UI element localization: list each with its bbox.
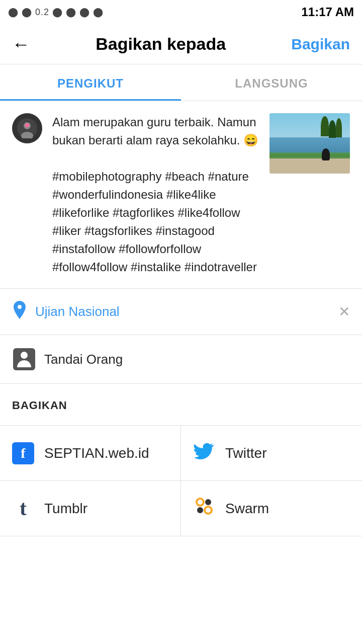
tumblr-label: Tumblr (44, 501, 87, 517)
status-left-icons: ⬤ ⬤ 0.2 ⬤ ⬤ ⬤ ⬤ (8, 7, 104, 18)
facebook-icon: f (12, 442, 34, 464)
post-thumbnail (269, 113, 350, 174)
swarm-icon (193, 495, 215, 522)
share-section-title: BAGIKAN (12, 399, 350, 412)
post-text-wrap: Alam merupakan guru terbaik. Namun bukan… (52, 113, 259, 276)
status-right-icons: 11:17 AM (302, 5, 354, 19)
svg-point-9 (206, 508, 211, 513)
share-facebook[interactable]: f SEPTIAN.web.id (0, 426, 181, 481)
avatar (12, 113, 42, 143)
share-swarm[interactable]: Swarm (181, 481, 362, 536)
share-grid: f SEPTIAN.web.id Twitter t Tumblr (0, 425, 362, 536)
location-name: Ujian Nasional (35, 304, 330, 319)
tumblr-icon: t (12, 498, 34, 520)
top-bar: ← Bagikan kepada Bagikan (0, 24, 362, 64)
location-icon (12, 301, 27, 323)
svg-point-5 (21, 352, 28, 359)
status-icons-text: ⬤ ⬤ 0.2 ⬤ ⬤ ⬤ ⬤ (8, 7, 104, 18)
share-twitter[interactable]: Twitter (181, 426, 362, 481)
share-tumblr[interactable]: t Tumblr (0, 481, 181, 536)
tag-people-icon (12, 347, 36, 371)
tab-pengikut[interactable]: PENGIKUT (0, 64, 181, 101)
twitter-label: Twitter (225, 445, 266, 461)
facebook-label: SEPTIAN.web.id (44, 445, 149, 461)
page-title: Bagikan kepada (96, 34, 226, 54)
svg-point-11 (197, 507, 203, 513)
svg-point-3 (25, 123, 29, 127)
post-caption: Alam merupakan guru terbaik. Namun bukan… (52, 113, 259, 276)
share-section: BAGIKAN (0, 384, 362, 425)
tag-people-label: Tandai Orang (44, 352, 123, 367)
swarm-label: Swarm (225, 501, 269, 517)
tab-langsung[interactable]: LANGSUNG (181, 64, 362, 101)
post-area: Alam merupakan guru terbaik. Namun bukan… (0, 101, 362, 289)
tabs-container: PENGIKUT LANGSUNG (0, 64, 362, 101)
remove-location-button[interactable]: ✕ (338, 303, 350, 320)
location-row[interactable]: Ujian Nasional ✕ (0, 289, 362, 335)
tag-people-row[interactable]: Tandai Orang (0, 335, 362, 384)
back-button[interactable]: ← (12, 34, 30, 55)
status-bar: ⬤ ⬤ 0.2 ⬤ ⬤ ⬤ ⬤ 11:17 AM (0, 0, 362, 24)
svg-point-7 (198, 500, 203, 505)
svg-point-10 (205, 499, 211, 505)
share-action-button[interactable]: Bagikan (291, 36, 350, 53)
status-time: 11:17 AM (302, 5, 354, 19)
twitter-icon (193, 440, 215, 466)
